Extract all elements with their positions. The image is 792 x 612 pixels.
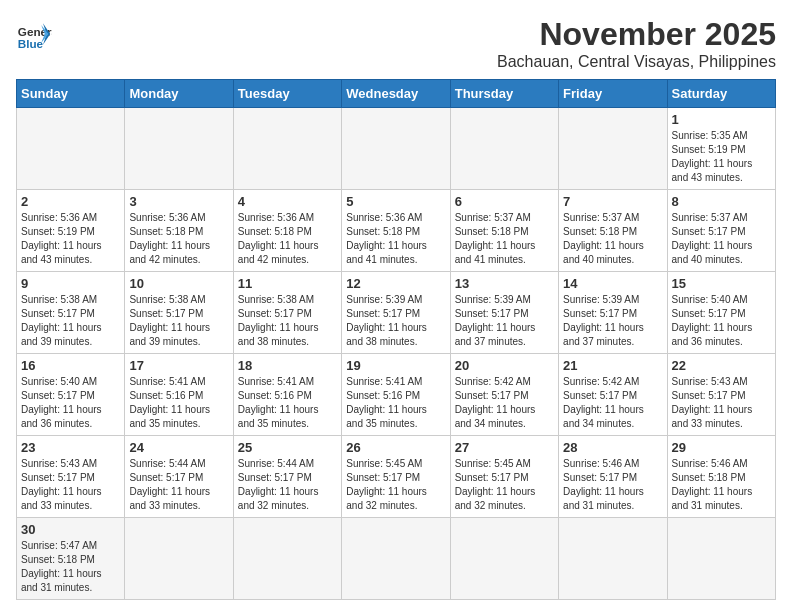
- day-info: Sunrise: 5:42 AMSunset: 5:17 PMDaylight:…: [455, 375, 554, 431]
- calendar-cell: 12Sunrise: 5:39 AMSunset: 5:17 PMDayligh…: [342, 272, 450, 354]
- calendar-cell: 11Sunrise: 5:38 AMSunset: 5:17 PMDayligh…: [233, 272, 341, 354]
- weekday-header-saturday: Saturday: [667, 80, 775, 108]
- day-info: Sunrise: 5:38 AMSunset: 5:17 PMDaylight:…: [238, 293, 337, 349]
- day-info: Sunrise: 5:39 AMSunset: 5:17 PMDaylight:…: [455, 293, 554, 349]
- calendar-cell: 28Sunrise: 5:46 AMSunset: 5:17 PMDayligh…: [559, 436, 667, 518]
- calendar-week-row: 9Sunrise: 5:38 AMSunset: 5:17 PMDaylight…: [17, 272, 776, 354]
- calendar-cell: 22Sunrise: 5:43 AMSunset: 5:17 PMDayligh…: [667, 354, 775, 436]
- day-number: 24: [129, 440, 228, 455]
- calendar-cell: [17, 108, 125, 190]
- day-info: Sunrise: 5:38 AMSunset: 5:17 PMDaylight:…: [21, 293, 120, 349]
- day-number: 14: [563, 276, 662, 291]
- calendar-cell: [667, 518, 775, 600]
- title-area: November 2025 Bachauan, Central Visayas,…: [497, 16, 776, 71]
- calendar-cell: 5Sunrise: 5:36 AMSunset: 5:18 PMDaylight…: [342, 190, 450, 272]
- day-info: Sunrise: 5:41 AMSunset: 5:16 PMDaylight:…: [238, 375, 337, 431]
- calendar-cell: 26Sunrise: 5:45 AMSunset: 5:17 PMDayligh…: [342, 436, 450, 518]
- calendar-cell: [342, 108, 450, 190]
- day-number: 2: [21, 194, 120, 209]
- calendar-cell: 29Sunrise: 5:46 AMSunset: 5:18 PMDayligh…: [667, 436, 775, 518]
- calendar-cell: 13Sunrise: 5:39 AMSunset: 5:17 PMDayligh…: [450, 272, 558, 354]
- day-number: 17: [129, 358, 228, 373]
- day-info: Sunrise: 5:44 AMSunset: 5:17 PMDaylight:…: [129, 457, 228, 513]
- weekday-header-monday: Monday: [125, 80, 233, 108]
- month-title: November 2025: [497, 16, 776, 53]
- day-number: 13: [455, 276, 554, 291]
- calendar-cell: 20Sunrise: 5:42 AMSunset: 5:17 PMDayligh…: [450, 354, 558, 436]
- day-info: Sunrise: 5:45 AMSunset: 5:17 PMDaylight:…: [346, 457, 445, 513]
- calendar-cell: [233, 518, 341, 600]
- calendar-week-row: 2Sunrise: 5:36 AMSunset: 5:19 PMDaylight…: [17, 190, 776, 272]
- calendar-cell: 15Sunrise: 5:40 AMSunset: 5:17 PMDayligh…: [667, 272, 775, 354]
- day-number: 30: [21, 522, 120, 537]
- calendar-cell: 10Sunrise: 5:38 AMSunset: 5:17 PMDayligh…: [125, 272, 233, 354]
- day-info: Sunrise: 5:39 AMSunset: 5:17 PMDaylight:…: [346, 293, 445, 349]
- day-info: Sunrise: 5:40 AMSunset: 5:17 PMDaylight:…: [672, 293, 771, 349]
- day-number: 18: [238, 358, 337, 373]
- day-number: 19: [346, 358, 445, 373]
- calendar-cell: 19Sunrise: 5:41 AMSunset: 5:16 PMDayligh…: [342, 354, 450, 436]
- calendar-cell: 2Sunrise: 5:36 AMSunset: 5:19 PMDaylight…: [17, 190, 125, 272]
- calendar-cell: 6Sunrise: 5:37 AMSunset: 5:18 PMDaylight…: [450, 190, 558, 272]
- day-number: 29: [672, 440, 771, 455]
- day-number: 21: [563, 358, 662, 373]
- day-number: 5: [346, 194, 445, 209]
- calendar-week-row: 30Sunrise: 5:47 AMSunset: 5:18 PMDayligh…: [17, 518, 776, 600]
- calendar-cell: 4Sunrise: 5:36 AMSunset: 5:18 PMDaylight…: [233, 190, 341, 272]
- day-info: Sunrise: 5:39 AMSunset: 5:17 PMDaylight:…: [563, 293, 662, 349]
- logo: General Blue: [16, 16, 52, 52]
- day-number: 11: [238, 276, 337, 291]
- header: General Blue November 2025 Bachauan, Cen…: [16, 16, 776, 71]
- calendar-cell: 24Sunrise: 5:44 AMSunset: 5:17 PMDayligh…: [125, 436, 233, 518]
- calendar-cell: 21Sunrise: 5:42 AMSunset: 5:17 PMDayligh…: [559, 354, 667, 436]
- day-info: Sunrise: 5:36 AMSunset: 5:18 PMDaylight:…: [238, 211, 337, 267]
- weekday-header-row: SundayMondayTuesdayWednesdayThursdayFrid…: [17, 80, 776, 108]
- day-info: Sunrise: 5:43 AMSunset: 5:17 PMDaylight:…: [672, 375, 771, 431]
- calendar-week-row: 1Sunrise: 5:35 AMSunset: 5:19 PMDaylight…: [17, 108, 776, 190]
- day-number: 6: [455, 194, 554, 209]
- calendar-cell: [342, 518, 450, 600]
- day-number: 3: [129, 194, 228, 209]
- logo-icon: General Blue: [16, 16, 52, 52]
- day-info: Sunrise: 5:37 AMSunset: 5:17 PMDaylight:…: [672, 211, 771, 267]
- day-info: Sunrise: 5:37 AMSunset: 5:18 PMDaylight:…: [563, 211, 662, 267]
- day-info: Sunrise: 5:37 AMSunset: 5:18 PMDaylight:…: [455, 211, 554, 267]
- day-number: 1: [672, 112, 771, 127]
- calendar-cell: 7Sunrise: 5:37 AMSunset: 5:18 PMDaylight…: [559, 190, 667, 272]
- day-number: 4: [238, 194, 337, 209]
- day-number: 27: [455, 440, 554, 455]
- calendar-cell: [559, 518, 667, 600]
- day-info: Sunrise: 5:36 AMSunset: 5:18 PMDaylight:…: [346, 211, 445, 267]
- day-info: Sunrise: 5:41 AMSunset: 5:16 PMDaylight:…: [346, 375, 445, 431]
- day-info: Sunrise: 5:46 AMSunset: 5:17 PMDaylight:…: [563, 457, 662, 513]
- weekday-header-wednesday: Wednesday: [342, 80, 450, 108]
- day-number: 28: [563, 440, 662, 455]
- day-number: 15: [672, 276, 771, 291]
- calendar-week-row: 16Sunrise: 5:40 AMSunset: 5:17 PMDayligh…: [17, 354, 776, 436]
- calendar-cell: 30Sunrise: 5:47 AMSunset: 5:18 PMDayligh…: [17, 518, 125, 600]
- day-info: Sunrise: 5:36 AMSunset: 5:19 PMDaylight:…: [21, 211, 120, 267]
- calendar-cell: 9Sunrise: 5:38 AMSunset: 5:17 PMDaylight…: [17, 272, 125, 354]
- calendar-cell: [233, 108, 341, 190]
- weekday-header-sunday: Sunday: [17, 80, 125, 108]
- calendar-cell: 17Sunrise: 5:41 AMSunset: 5:16 PMDayligh…: [125, 354, 233, 436]
- calendar-cell: [125, 518, 233, 600]
- day-number: 7: [563, 194, 662, 209]
- calendar-cell: [450, 108, 558, 190]
- day-info: Sunrise: 5:44 AMSunset: 5:17 PMDaylight:…: [238, 457, 337, 513]
- calendar-cell: 25Sunrise: 5:44 AMSunset: 5:17 PMDayligh…: [233, 436, 341, 518]
- calendar-cell: [559, 108, 667, 190]
- location-title: Bachauan, Central Visayas, Philippines: [497, 53, 776, 71]
- calendar-cell: [450, 518, 558, 600]
- day-info: Sunrise: 5:42 AMSunset: 5:17 PMDaylight:…: [563, 375, 662, 431]
- day-number: 25: [238, 440, 337, 455]
- day-number: 8: [672, 194, 771, 209]
- calendar-cell: 3Sunrise: 5:36 AMSunset: 5:18 PMDaylight…: [125, 190, 233, 272]
- day-number: 26: [346, 440, 445, 455]
- day-number: 10: [129, 276, 228, 291]
- day-info: Sunrise: 5:36 AMSunset: 5:18 PMDaylight:…: [129, 211, 228, 267]
- day-info: Sunrise: 5:35 AMSunset: 5:19 PMDaylight:…: [672, 129, 771, 185]
- day-number: 9: [21, 276, 120, 291]
- calendar-cell: 18Sunrise: 5:41 AMSunset: 5:16 PMDayligh…: [233, 354, 341, 436]
- day-info: Sunrise: 5:40 AMSunset: 5:17 PMDaylight:…: [21, 375, 120, 431]
